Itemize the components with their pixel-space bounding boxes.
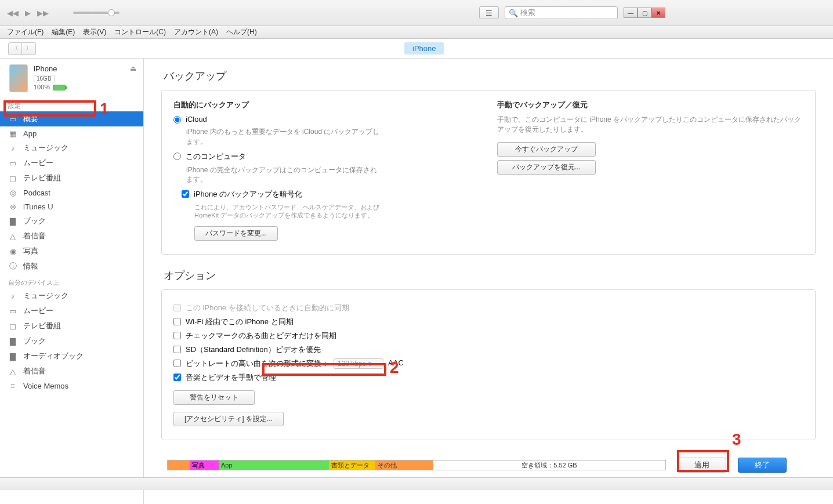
play-button[interactable]: ▶ <box>21 6 35 20</box>
encrypt-desc: これにより、アカウントパスワード、ヘルスケアデータ、および HomeKit デー… <box>194 203 392 220</box>
search-input[interactable]: 🔍 検索 <box>505 6 618 19</box>
menu-account[interactable]: アカウント(A) <box>171 27 222 37</box>
menu-edit[interactable]: 編集(E) <box>48 27 78 37</box>
menu-file[interactable]: ファイル(F) <box>3 27 47 37</box>
manual-manage-checkbox[interactable] <box>173 374 181 381</box>
restore-backup-button[interactable]: バックアップを復元... <box>497 160 596 175</box>
eject-button[interactable]: ⏏ <box>130 64 136 72</box>
computer-radio-label: このコンピュータ <box>186 151 246 162</box>
storage-seg-free: 空き領域：5.52 GB <box>433 461 665 470</box>
sidebar-item-music[interactable]: ♪ミュージック <box>0 140 143 155</box>
main-area: iPhone 16GB 100% ⏏ 設定 ▭概要▦App♪ミュージック▭ムービ… <box>0 59 833 504</box>
encrypt-checkbox[interactable] <box>182 190 189 198</box>
manual-backup-desc: 手動で、このコンピュータに iPhone をバックアップしたりこのコンピュータに… <box>497 115 803 135</box>
sidebar-item-tone[interactable]: △着信音 <box>0 229 143 244</box>
sidebar-item-tv[interactable]: ▢テレビ番組 <box>0 318 143 333</box>
sidebar-item-tone[interactable]: △着信音 <box>0 364 143 379</box>
bitrate-label: ビットレートの高い曲を次の形式に変換： <box>186 358 329 369</box>
info-icon: ⓘ <box>8 262 17 271</box>
sidebar-item-label: ブック <box>23 336 46 346</box>
tv-icon: ▢ <box>8 173 17 183</box>
chevron-down-icon: ⇅ <box>368 361 372 367</box>
sidebar-item-label: テレビ番組 <box>23 173 61 183</box>
status-bar <box>0 477 833 490</box>
sidebar-item-info[interactable]: ⓘ情報 <box>0 259 143 274</box>
music-icon: ♪ <box>8 143 17 153</box>
sidebar-item-music[interactable]: ♪ミュージック <box>0 288 143 303</box>
search-icon: 🔍 <box>509 9 518 17</box>
nav-forward-button[interactable]: 〉 <box>22 42 36 55</box>
backup-panel: 自動的にバックアップ iCloud iPhone 内のもっとも重要なデータを i… <box>161 90 816 255</box>
menu-bar: ファイル(F) 編集(E) 表示(V) コントロール(C) アカウント(A) ヘ… <box>0 26 833 39</box>
sidebar-group-ondevice: 自分のデバイス上 <box>0 274 143 288</box>
nav-bar: 〈 〉 iPhone <box>0 39 833 59</box>
music-icon: ♪ <box>8 291 17 300</box>
photo-icon: ◉ <box>8 246 17 256</box>
podcast-icon: ◎ <box>8 188 17 197</box>
sidebar-item-movie[interactable]: ▭ムービー <box>0 155 143 171</box>
sidebar-item-audiobook[interactable]: ▇オーディオブック <box>0 349 143 364</box>
close-button[interactable]: ✕ <box>651 8 665 18</box>
menu-help[interactable]: ヘルプ(H) <box>223 27 260 37</box>
sidebar-item-book[interactable]: ▇ブック <box>0 213 143 229</box>
sidebar-item-tv[interactable]: ▢テレビ番組 <box>0 171 143 186</box>
next-track-button[interactable]: ▶▶ <box>36 6 50 20</box>
menu-view[interactable]: 表示(V) <box>79 27 110 37</box>
voicememo-icon: ≡ <box>8 381 17 390</box>
tone-icon: △ <box>8 231 17 241</box>
maximize-button[interactable]: ▢ <box>638 8 651 18</box>
sidebar-item-label: ムービー <box>23 306 53 316</box>
sidebar-item-photo[interactable]: ◉写真 <box>0 244 143 259</box>
book-icon: ▇ <box>8 336 17 346</box>
reset-warnings-button[interactable]: 警告をリセット <box>173 390 255 405</box>
list-view-button[interactable]: ☰ <box>479 6 499 19</box>
storage-seg-docs: 書類とデータ <box>329 461 375 470</box>
device-capacity-badge: 16GB <box>34 75 55 82</box>
sidebar-item-label: ミュージック <box>23 291 68 301</box>
checked-only-checkbox[interactable] <box>173 332 181 339</box>
wifi-sync-label: Wi-Fi 経由でこの iPhone と同期 <box>186 317 294 327</box>
storage-bar: 写真 App 書類とデータ その他 空き領域：5.52 GB <box>167 460 666 470</box>
codec-label: AAC <box>388 358 404 367</box>
nav-back-button[interactable]: 〈 <box>8 42 22 55</box>
sidebar-item-book[interactable]: ▇ブック <box>0 333 143 349</box>
sidebar: iPhone 16GB 100% ⏏ 設定 ▭概要▦App♪ミュージック▭ムービ… <box>0 59 144 504</box>
backup-now-button[interactable]: 今すぐバックアップ <box>497 142 596 157</box>
sidebar-item-podcast[interactable]: ◎Podcast <box>0 186 143 200</box>
options-section-title: オプション <box>164 269 816 282</box>
sidebar-item-label: 概要 <box>23 114 38 124</box>
sidebar-item-label: Voice Memos <box>23 382 68 390</box>
sidebar-item-label: iTunes U <box>23 202 53 211</box>
auto-sync-label: この iPhone を接続しているときに自動的に同期 <box>186 303 349 313</box>
volume-knob[interactable] <box>108 9 115 16</box>
done-button[interactable]: 終了 <box>738 458 787 473</box>
change-password-button[interactable]: パスワードを変更... <box>194 226 278 241</box>
bitrate-select[interactable]: 128 kbps ⇅ <box>334 358 383 369</box>
sidebar-item-summary[interactable]: ▭概要 <box>0 111 143 126</box>
itunesu-icon: ⊚ <box>8 202 17 211</box>
computer-radio[interactable] <box>173 153 181 160</box>
accessibility-button[interactable]: [アクセシビリティ] を設定... <box>173 412 284 426</box>
wifi-sync-checkbox[interactable] <box>173 318 181 325</box>
volume-slider[interactable] <box>73 12 119 14</box>
audiobook-icon: ▇ <box>8 351 17 361</box>
top-toolbar: ◀◀ ▶ ▶▶ ☰ 🔍 検索 — ▢ ✕ <box>0 0 833 26</box>
sidebar-item-movie[interactable]: ▭ムービー <box>0 303 143 318</box>
apps-icon: ▦ <box>8 129 17 138</box>
sidebar-item-itunesu[interactable]: ⊚iTunes U <box>0 200 143 213</box>
apply-button[interactable]: 適用 <box>678 458 726 473</box>
sidebar-item-label: ムービー <box>23 158 53 168</box>
minimize-button[interactable]: — <box>624 8 638 18</box>
sd-video-checkbox[interactable] <box>173 346 181 353</box>
menu-controls[interactable]: コントロール(C) <box>111 27 169 37</box>
sidebar-item-apps[interactable]: ▦App <box>0 126 143 140</box>
icloud-radio[interactable] <box>173 116 181 124</box>
sidebar-item-label: ブック <box>23 216 46 226</box>
window-controls: — ▢ ✕ <box>624 8 665 18</box>
sidebar-item-voicememo[interactable]: ≡Voice Memos <box>0 379 143 393</box>
bitrate-checkbox[interactable] <box>173 360 181 367</box>
movie-icon: ▭ <box>8 306 17 316</box>
device-tab-pill[interactable]: iPhone <box>404 42 444 55</box>
storage-seg-other: その他 <box>375 461 433 470</box>
prev-track-button[interactable]: ◀◀ <box>6 6 20 20</box>
